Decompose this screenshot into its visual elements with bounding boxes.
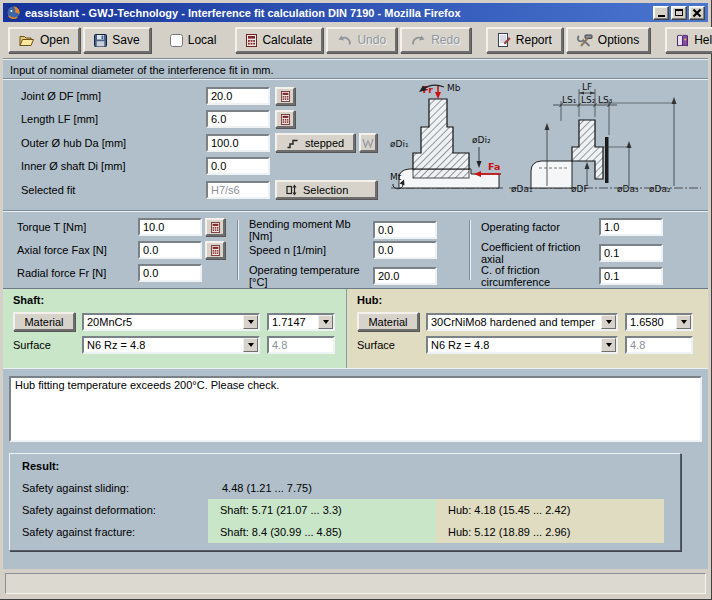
fracture-label: Safety against fracture: (10, 526, 208, 538)
calculator-icon (246, 34, 257, 47)
operating-temperature-input[interactable] (373, 267, 437, 285)
speed-row: Speed n [1/min] (249, 241, 437, 259)
sliding-value: 4.48 (1.21 ... 7.75) (208, 482, 436, 494)
message-area: Hub fitting temperature exceeds 200°C. P… (9, 376, 702, 442)
report-label: Report (516, 33, 552, 47)
content-area: Input of nominal diameter of the interfe… (3, 58, 708, 569)
inner-shaft-diameter-input[interactable] (206, 157, 270, 175)
hub-panel: Hub: Material 30CrNiMo8 hardened and tem… (347, 289, 708, 368)
hub-surface-select[interactable]: N6 Rz = 4.8 (426, 336, 618, 354)
diagram-label-da1: øDa₁ (511, 184, 533, 194)
torque-input[interactable] (138, 218, 202, 236)
outer-hub-diameter-input[interactable] (206, 134, 270, 152)
friction-circumference-input[interactable] (599, 267, 663, 285)
hub-material-select[interactable]: 30CrNiMo8 hardened and temper (426, 313, 618, 331)
inner-shaft-diameter-label: Inner Ø shaft Di [mm] (21, 160, 201, 172)
local-checkbox[interactable] (170, 34, 183, 47)
result-row-sliding: Safety against sliding: 4.48 (1.21 ... 7… (10, 477, 680, 499)
hub-material-number-select[interactable]: 1.6580 (625, 313, 693, 331)
chevron-down-icon (243, 338, 258, 352)
bending-moment-input[interactable] (373, 221, 437, 239)
toolbar: Open Save Local (3, 22, 708, 58)
shaft-panel: Shaft: Material 20MnCr5 1.7147 Surface (3, 289, 347, 368)
joint-diameter-input[interactable] (206, 87, 270, 105)
forces-column: Torque T [Nm] Axial force Fax [N] (3, 218, 237, 282)
radial-force-input[interactable] (138, 264, 202, 282)
chevron-down-icon (318, 315, 333, 329)
open-button[interactable]: Open (8, 27, 80, 53)
help-button[interactable]: Help (665, 27, 712, 53)
friction-axial-input[interactable] (599, 244, 663, 262)
joint-diameter-calc-button[interactable] (275, 87, 295, 105)
save-floppy-icon (94, 34, 107, 47)
speed-label: Speed n [1/min] (249, 244, 370, 256)
torque-label: Torque T [Nm] (17, 221, 135, 233)
operating-factor-input[interactable] (599, 218, 663, 236)
bending-moment-label: Bending moment Mb [Nm] (249, 218, 370, 242)
shaft-material-button[interactable]: Material (13, 312, 75, 331)
shaft-material-number-select[interactable]: 1.7147 (267, 313, 335, 331)
operating-factor-label: Operating factor (481, 221, 596, 233)
report-document-icon (497, 33, 511, 47)
calculate-button[interactable]: Calculate (235, 27, 323, 53)
diagram-label-da2: øDa₂ (649, 184, 671, 194)
undo-label: Undo (357, 33, 386, 47)
speed-input[interactable] (373, 241, 437, 259)
close-button[interactable] (689, 6, 705, 20)
calculator-icon (211, 245, 220, 256)
calculate-label: Calculate (262, 33, 312, 47)
length-calc-button[interactable] (275, 110, 295, 128)
maximize-icon (675, 9, 683, 16)
friction-axial-row: Coefficient of friction axial (481, 241, 663, 259)
geometry-section: Joint Ø DF [mm] Length LF [mm] (3, 80, 708, 210)
result-row-deformation: Safety against deformation: Shaft: 5.71 … (10, 499, 680, 521)
torque-row: Torque T [Nm] (17, 218, 227, 236)
loads-section: Torque T [Nm] Axial force Fax [N] (3, 212, 708, 288)
shaft-surface-select[interactable]: N6 Rz = 4.8 (82, 336, 260, 354)
help-label: Help (694, 33, 712, 47)
info-bar: Input of nominal diameter of the interfe… (3, 60, 708, 78)
stepped-button[interactable]: stepped (275, 133, 355, 152)
diagram-label-ls2: LS₂ (581, 95, 596, 105)
shaft-material-row: Material 20MnCr5 1.7147 (13, 312, 336, 331)
local-checkbox-group: Local (170, 33, 217, 47)
axial-force-input[interactable] (138, 241, 202, 259)
outer-hub-diameter-label: Outer Ø hub Da [mm] (21, 137, 201, 149)
fit-diagram: Fr Mb øDi₁ øDi₂ Fa Mt (389, 81, 704, 207)
open-folder-icon (19, 34, 35, 47)
window-title: eassistant - GWJ-Technology - Interferen… (25, 7, 649, 19)
diagram-label-da3: øDa₃ (617, 184, 639, 194)
axial-force-label: Axial force Fax [N] (17, 244, 135, 256)
shaft-material-select[interactable]: 20MnCr5 (82, 313, 260, 331)
options-button[interactable]: Options (566, 27, 650, 53)
redo-button: Redo (400, 27, 471, 53)
geometry-fields: Joint Ø DF [mm] Length LF [mm] (21, 87, 377, 199)
result-panel: Result: Safety against sliding: 4.48 (1.… (9, 453, 681, 551)
maximize-button[interactable] (671, 6, 687, 20)
fit-selection-button[interactable]: Selection (275, 180, 377, 199)
diagram-label-ls1: LS₁ (562, 95, 577, 105)
length-input[interactable] (206, 110, 270, 128)
save-button[interactable]: Save (83, 27, 150, 53)
torque-calc-button[interactable] (205, 218, 225, 236)
diagram-label-fa: Fa (488, 161, 500, 172)
hub-material-button[interactable]: Material (357, 312, 419, 331)
operating-column: Bending moment Mb [Nm] Speed n [1/min] O… (239, 218, 469, 282)
calculator-icon (281, 114, 290, 125)
shaft-material-value: 20MnCr5 (84, 315, 243, 329)
minimize-icon (658, 15, 665, 17)
calculator-icon (211, 222, 220, 233)
report-button[interactable]: Report (486, 27, 563, 53)
length-label: Length LF [mm] (21, 113, 201, 125)
close-icon (693, 9, 701, 17)
axial-force-calc-button[interactable] (205, 241, 225, 259)
save-label: Save (112, 33, 139, 47)
operating-temperature-row: Operating temperature [°C] (249, 264, 437, 282)
selection-label: Selection (303, 184, 348, 196)
selected-fit-value (206, 181, 270, 199)
selected-fit-label: Selected fit (21, 184, 201, 196)
hub-surface-value: N6 Rz = 4.8 (428, 338, 601, 352)
redo-label: Redo (431, 33, 460, 47)
minimize-button[interactable] (653, 6, 669, 20)
chevron-down-icon (601, 338, 616, 352)
